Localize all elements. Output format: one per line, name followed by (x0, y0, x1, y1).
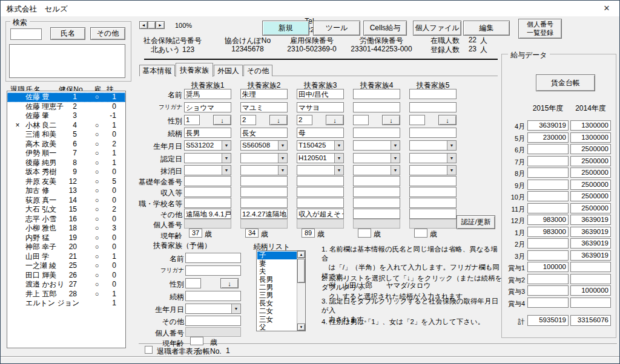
salary-2015-input[interactable] (527, 167, 569, 178)
family-gender-2-input[interactable]: 2 (240, 115, 256, 125)
family-school-3-input[interactable] (297, 198, 344, 208)
family-removal-3-combo-arrow-icon[interactable]: ▼ (334, 166, 343, 175)
scroll-down-icon[interactable]: ▼ (297, 323, 305, 331)
list-item[interactable]: 加古 修13○0 (7, 186, 125, 196)
family-pension-no-5-input[interactable] (409, 176, 457, 186)
salary-2015-input[interactable] (527, 250, 569, 261)
relation-item[interactable]: 長女 (257, 299, 297, 307)
salary-2014-input[interactable]: 2500000 (570, 156, 611, 166)
relation-item[interactable]: 長男 (257, 276, 297, 284)
family-relation-1-input[interactable]: 長男 (184, 128, 231, 138)
list-item[interactable]: 佐藤 豊1○1 (7, 93, 125, 102)
family-approval-1-combo-arrow-icon[interactable]: ▼ (222, 154, 231, 163)
list-item[interactable]: 坂本 秀樹9○0 (7, 167, 125, 177)
list-item[interactable]: 神部 幸子20○0 (7, 242, 125, 252)
relation-scrollbar[interactable]: ▲ ▼ (297, 251, 305, 331)
relation-item[interactable]: 妻 (257, 259, 297, 267)
list-item[interactable]: エルトン ジョン1 (7, 299, 125, 308)
relation-item[interactable]: 夫 (257, 267, 297, 275)
search-input[interactable] (10, 28, 42, 40)
salary-2014-input[interactable]: 2500000 (570, 191, 611, 201)
reserve-relation-input[interactable] (185, 291, 241, 301)
family-approval-2-combo[interactable]: ▼ (240, 153, 288, 163)
family-gender-4-input[interactable] (353, 115, 369, 125)
family-other-3-input[interactable]: 収入が超えそうに (297, 209, 344, 219)
family-other-1-input[interactable]: 遠隔地 9.4.1戸 (184, 209, 231, 219)
scrollbar-thumb[interactable] (297, 259, 305, 283)
family-other-5-input[interactable] (409, 209, 457, 219)
family-school-4-input[interactable] (353, 198, 400, 208)
salary-2015-input[interactable]: 983000 (527, 215, 569, 225)
salary-2015-input[interactable]: 3639019 (527, 120, 569, 131)
salary-2015-input[interactable] (527, 156, 569, 166)
reserve-other-input[interactable] (185, 316, 241, 326)
reserve-birth-combo-arrow-icon[interactable]: ▼ (231, 304, 240, 313)
scroll-left-icon[interactable]: ◄ (139, 21, 148, 29)
family-income-3-input[interactable] (297, 187, 344, 197)
family-removal-4-combo[interactable]: ▼ (353, 165, 400, 175)
salary-2015-input[interactable] (527, 180, 569, 190)
relation-item[interactable]: 三女 (257, 316, 297, 323)
list-item[interactable]: 内野 猛19○0 (7, 233, 125, 243)
list-item[interactable]: 後藤 純男8○1 (7, 158, 125, 168)
family-removal-4-combo-arrow-icon[interactable]: ▼ (391, 166, 400, 175)
salary-2014-input[interactable] (570, 297, 611, 308)
tab-dependents[interactable]: 扶養家族 (176, 63, 213, 77)
wage-ledger-button[interactable]: 賃金台帳 (536, 74, 595, 91)
family-other-4-input[interactable] (353, 209, 400, 219)
scroll-right-icon[interactable]: ► (156, 21, 165, 29)
family-other-2-input[interactable]: 12.4.27遠隔地 (240, 209, 288, 219)
list-item[interactable]: 山田 学21○1 (7, 252, 125, 262)
family-removal-2-combo[interactable]: ▼ (240, 165, 288, 175)
list-item[interactable]: 田口 輝美26○0 (7, 271, 125, 281)
family-birth-1-combo[interactable]: S531202▼ (184, 140, 231, 151)
tools-button[interactable]: ツール (313, 21, 360, 36)
relation-item[interactable]: 三男 (257, 291, 297, 299)
search-results-listbox[interactable] (9, 44, 125, 78)
relation-item[interactable]: 父 (257, 323, 297, 330)
cells-payroll-button[interactable]: Cells給与 (363, 21, 407, 36)
family-pension-no-4-input[interactable] (353, 176, 400, 186)
salary-2015-input[interactable]: 100000 (527, 262, 569, 272)
family-name-5-input[interactable] (409, 89, 457, 99)
list-item[interactable]: 井原 友美12○5 (7, 177, 125, 187)
family-income-2-input[interactable] (240, 187, 288, 197)
family-name-3-input[interactable]: 田中/昌代 (297, 89, 344, 99)
salary-2015-input[interactable]: 230000 (527, 132, 569, 143)
family-name-4-input[interactable] (353, 89, 400, 99)
my-number-register-button[interactable]: 個人番号 一覧登録 (518, 19, 562, 39)
family-gender-3-input[interactable]: 2 (297, 115, 312, 125)
family-birth-3-combo[interactable]: T150425▼ (297, 140, 344, 151)
reserve-kana-input[interactable] (185, 265, 241, 276)
family-relation-5-input[interactable] (409, 128, 457, 138)
list-item[interactable]: 伊勢 順一7○1 (7, 149, 125, 158)
list-item[interactable]: 一之瀬 綾25○0 (7, 261, 125, 271)
salary-2015-input[interactable] (527, 238, 569, 249)
family-removal-3-combo[interactable]: ▼ (297, 165, 344, 175)
personal-file-button[interactable]: 個人ファイル (413, 21, 461, 36)
scroll-thumb[interactable] (148, 21, 156, 29)
family-gender-4-down-button[interactable]: ↓ (382, 115, 400, 125)
relation-item[interactable]: 二女 (257, 307, 297, 315)
salary-2015-input[interactable] (527, 203, 569, 213)
scroll-up-icon[interactable]: ▲ (297, 251, 305, 258)
list-item[interactable]: 井上 五郎28○1 (7, 290, 125, 299)
salary-2015-input[interactable] (527, 191, 569, 201)
salary-2014-input[interactable]: 3639019 (570, 238, 611, 249)
employee-listbox[interactable]: 佐藤 豊1○1佐藤 理恵子20佐藤 肇3-1×小林 良二4○1三浦 和美5○0高… (7, 91, 126, 348)
family-kana-3-input[interactable]: マサヨ (297, 102, 344, 112)
salary-2015-input[interactable]: 983000 (527, 227, 569, 237)
list-item[interactable]: 小柳 雅也18○3 (7, 224, 125, 233)
relation-item[interactable]: 二男 (257, 284, 297, 291)
family-birth-4-combo[interactable]: ▼ (353, 140, 400, 151)
reserve-birth-combo[interactable]: ▼ (185, 304, 241, 314)
salary-2014-input[interactable]: 2500000 (570, 144, 611, 154)
salary-2014-input[interactable]: 1300000 (570, 120, 611, 131)
list-item[interactable]: 志平 小雪16○0 (7, 215, 125, 224)
family-approval-4-combo[interactable]: ▼ (353, 153, 400, 163)
family-birth-2-combo[interactable]: S560508▼ (240, 140, 288, 151)
family-school-1-input[interactable] (184, 198, 231, 208)
salary-2014-input[interactable]: 2500000 (570, 203, 611, 213)
salary-2014-input[interactable] (570, 262, 611, 272)
family-kana-4-input[interactable] (353, 102, 400, 112)
